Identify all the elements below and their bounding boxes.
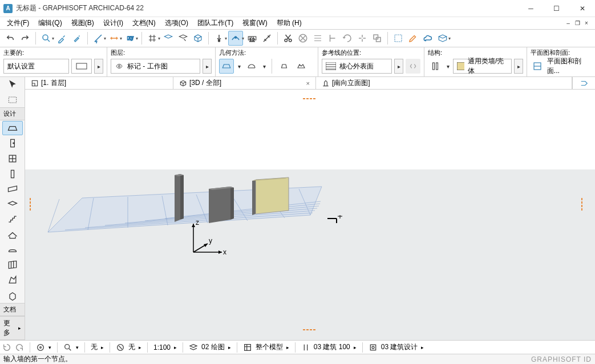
element-snap-button[interactable] bbox=[228, 31, 243, 46]
menu-teamwork[interactable]: 团队工作(T) bbox=[193, 17, 238, 29]
element-icon-button[interactable] bbox=[71, 59, 92, 74]
slab-tool[interactable] bbox=[2, 197, 23, 211]
beam-tool[interactable] bbox=[2, 182, 23, 196]
next-view-icon[interactable] bbox=[15, 343, 24, 352]
offset-button[interactable] bbox=[370, 31, 384, 45]
drag-handle-bottom[interactable] bbox=[302, 324, 318, 327]
gravity-button[interactable] bbox=[212, 31, 226, 45]
menu-view[interactable]: 视图(B) bbox=[67, 17, 99, 29]
measure-button[interactable] bbox=[260, 31, 274, 45]
geom-polygon-button[interactable] bbox=[294, 59, 309, 74]
geom-trapezoid-button[interactable] bbox=[277, 59, 292, 74]
zoom-icon[interactable] bbox=[63, 343, 72, 352]
curtainwall-tool[interactable] bbox=[2, 258, 23, 272]
mvo-field[interactable]: 03 建筑设计 bbox=[381, 342, 418, 352]
menu-design[interactable]: 设计(I) bbox=[99, 17, 128, 29]
mdi-minimize-button[interactable]: – bbox=[564, 19, 572, 27]
struct-caret[interactable]: ▾ bbox=[445, 59, 451, 74]
edit-element-button[interactable] bbox=[406, 31, 420, 45]
snap-point-button[interactable]: xy bbox=[123, 31, 137, 45]
view-3d-button[interactable] bbox=[436, 31, 450, 45]
shell-tool[interactable] bbox=[2, 242, 23, 257]
menu-help[interactable]: 帮助 (H) bbox=[272, 17, 306, 29]
model-icon[interactable] bbox=[243, 343, 252, 352]
morph-tool[interactable] bbox=[2, 273, 23, 288]
plane-button[interactable] bbox=[161, 31, 175, 45]
layers-icon[interactable] bbox=[189, 343, 198, 352]
toolbox-more-button[interactable]: 更多▸ bbox=[0, 316, 25, 340]
graphisoft-id-button[interactable]: GRAPHISOFT ID bbox=[531, 355, 592, 363]
window-tool[interactable] bbox=[2, 152, 23, 166]
filter-icon[interactable] bbox=[116, 343, 125, 352]
menu-document[interactable]: 文档(N) bbox=[128, 17, 160, 29]
struct-basic-button[interactable] bbox=[428, 59, 443, 74]
wall-tool[interactable] bbox=[2, 121, 23, 135]
default-settings-field[interactable]: 默认设置 bbox=[3, 59, 69, 74]
penset-field[interactable]: 03 建筑 100 bbox=[314, 342, 350, 352]
cube-button[interactable] bbox=[191, 31, 205, 45]
geom-caret-2[interactable]: ▾ bbox=[261, 59, 267, 74]
mvo-icon[interactable] bbox=[369, 343, 378, 352]
struct-field[interactable]: 通用类墙/壳体 bbox=[453, 59, 512, 74]
stair-tool[interactable] bbox=[2, 212, 23, 227]
door-tool[interactable] bbox=[2, 136, 23, 151]
menu-window[interactable]: 视窗(W) bbox=[238, 17, 272, 29]
layer-combo[interactable]: 02 绘图 bbox=[201, 342, 225, 352]
drag-handle-right[interactable] bbox=[584, 197, 588, 213]
undo-button[interactable] bbox=[3, 31, 17, 45]
favorites-button[interactable]: ▸ bbox=[94, 59, 103, 74]
align-button[interactable] bbox=[311, 31, 325, 45]
orientation-field[interactable]: 无 bbox=[91, 342, 98, 352]
menu-edit[interactable]: 编辑(Q) bbox=[34, 17, 66, 29]
3d-viewport[interactable]: z y x bbox=[25, 90, 595, 340]
close-button[interactable]: ✕ bbox=[569, 0, 595, 17]
rotate-button[interactable] bbox=[341, 31, 354, 45]
geom-caret-1[interactable]: ▾ bbox=[236, 59, 242, 74]
roof-tool[interactable] bbox=[2, 228, 23, 242]
snap-guide-button[interactable] bbox=[107, 31, 121, 45]
scale-field[interactable]: 1:100 bbox=[153, 343, 171, 351]
tab-close-icon[interactable]: × bbox=[306, 80, 310, 87]
suspend-button[interactable] bbox=[296, 31, 310, 45]
menu-file[interactable]: 文件(F) bbox=[2, 17, 34, 29]
geom-straight-button[interactable] bbox=[219, 59, 234, 74]
layer-field[interactable]: 标记 - 工作图 bbox=[111, 59, 200, 74]
guideline-button[interactable] bbox=[91, 31, 105, 45]
cut-button[interactable] bbox=[281, 31, 295, 45]
layer-dropdown-button[interactable]: ▸ bbox=[203, 59, 212, 74]
reset-view-icon[interactable] bbox=[2, 343, 11, 352]
tab-overflow-button[interactable] bbox=[572, 77, 595, 89]
eyedropper-button[interactable] bbox=[55, 31, 69, 45]
maximize-button[interactable]: ☐ bbox=[544, 0, 569, 17]
tab-3d[interactable]: [3D / 全部] × bbox=[173, 77, 316, 89]
filter-field[interactable]: 无 bbox=[128, 342, 135, 352]
drag-handle-top[interactable] bbox=[302, 93, 318, 96]
refline-flip-button[interactable] bbox=[406, 59, 420, 74]
minimize-button[interactable]: ─ bbox=[518, 0, 544, 17]
marquee-button[interactable] bbox=[391, 31, 405, 45]
ruler-button[interactable]: 12 bbox=[245, 31, 259, 45]
arrow-tool[interactable] bbox=[2, 78, 23, 92]
cloud-button[interactable] bbox=[421, 31, 435, 45]
home-view-icon[interactable] bbox=[36, 343, 45, 352]
column-tool[interactable] bbox=[2, 167, 23, 181]
inject-button[interactable] bbox=[70, 31, 84, 45]
penset-icon[interactable] bbox=[301, 343, 310, 352]
tab-floorplan[interactable]: [1. 首层] bbox=[25, 77, 173, 89]
pick-button[interactable] bbox=[39, 31, 53, 45]
plan-icon-button[interactable] bbox=[531, 59, 545, 74]
geom-curved-button[interactable] bbox=[244, 59, 259, 74]
refline-field[interactable]: 核心外表面 bbox=[322, 59, 392, 74]
struct-dropdown-button[interactable]: ▸ bbox=[514, 59, 523, 74]
refline-dropdown-button[interactable]: ▸ bbox=[394, 59, 403, 74]
mdi-close-button[interactable]: × bbox=[582, 19, 590, 27]
edit-plane-button[interactable] bbox=[176, 31, 190, 45]
object-tool[interactable] bbox=[2, 288, 23, 302]
mdi-restore-button[interactable]: ❐ bbox=[573, 19, 581, 27]
menu-options[interactable]: 选项(O) bbox=[160, 17, 193, 29]
split-button[interactable] bbox=[355, 31, 369, 45]
model-field[interactable]: 整个模型 bbox=[256, 342, 283, 352]
marquee-tool[interactable] bbox=[2, 93, 23, 107]
redo-button[interactable] bbox=[18, 31, 32, 45]
trim-button[interactable] bbox=[326, 31, 339, 45]
